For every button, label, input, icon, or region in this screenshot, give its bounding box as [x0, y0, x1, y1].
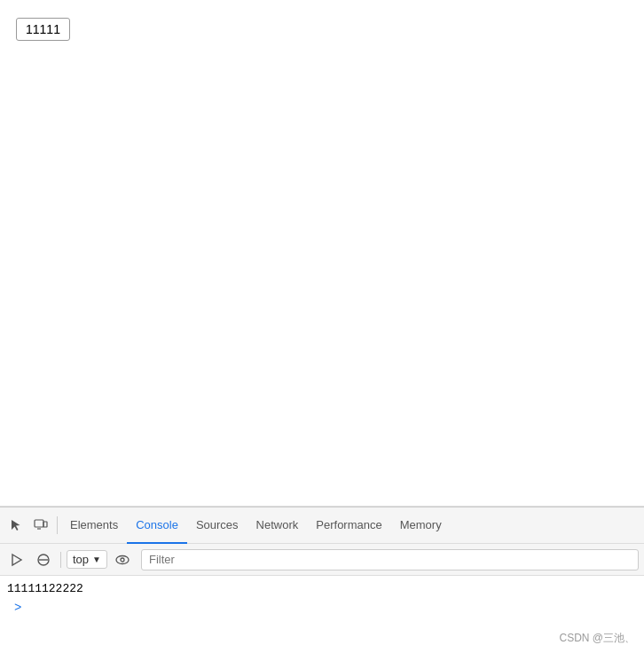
- console-prompt-line[interactable]: >: [0, 597, 644, 618]
- context-label: top: [73, 553, 89, 566]
- svg-marker-3: [12, 555, 21, 565]
- svg-rect-0: [35, 520, 43, 527]
- devtools-panel: Elements Console Sources Network Perform…: [0, 507, 644, 653]
- tab-divider-1: [57, 516, 58, 534]
- svg-point-7: [121, 558, 124, 562]
- page-button-11111[interactable]: 11111: [16, 18, 70, 41]
- watermark-text: CSDN @三池、: [559, 631, 635, 646]
- context-selector[interactable]: top ▼: [67, 550, 107, 569]
- tab-network[interactable]: Network: [247, 507, 308, 544]
- svg-point-6: [116, 555, 129, 563]
- console-log-value: 11111122222: [7, 582, 83, 595]
- console-prompt-symbol: >: [7, 599, 28, 617]
- context-dropdown-icon: ▼: [92, 555, 101, 564]
- toolbar-divider-1: [60, 552, 61, 568]
- console-toolbar: top ▼: [0, 544, 644, 576]
- tab-elements[interactable]: Elements: [61, 507, 127, 544]
- clear-console-icon-btn[interactable]: [32, 548, 55, 571]
- console-filter-input[interactable]: [141, 549, 639, 570]
- console-log-line: 11111122222: [0, 579, 644, 597]
- live-expressions-icon-btn[interactable]: [111, 548, 134, 571]
- responsive-icon-btn[interactable]: [28, 513, 53, 538]
- tab-sources[interactable]: Sources: [187, 507, 247, 544]
- devtools-tab-bar: Elements Console Sources Network Perform…: [0, 507, 644, 544]
- tab-performance[interactable]: Performance: [307, 507, 390, 544]
- run-script-icon-btn[interactable]: [5, 548, 28, 571]
- svg-rect-1: [43, 522, 47, 527]
- browser-page: 11111: [0, 0, 644, 507]
- tab-memory[interactable]: Memory: [391, 507, 451, 544]
- cursor-icon-btn[interactable]: [4, 513, 28, 538]
- tab-console[interactable]: Console: [127, 507, 187, 544]
- console-output-area: 11111122222 >: [0, 576, 644, 653]
